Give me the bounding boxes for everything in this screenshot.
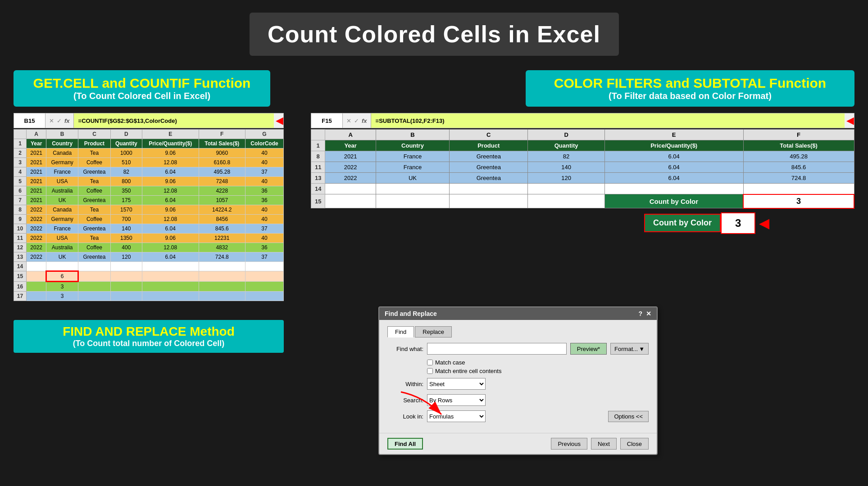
match-entire-checkbox[interactable]: Match entire cell contents (427, 368, 501, 374)
previous-button[interactable]: Previous (551, 438, 587, 450)
tab-replace[interactable]: Replace (415, 326, 452, 338)
count-by-color-row: Count by Color 3 ◀ (311, 212, 854, 234)
match-entire-checkbox-row: Match entire cell contents (387, 368, 649, 374)
fx-check-icon: ✓ (57, 117, 62, 124)
format-dropdown-icon: ▼ (639, 346, 645, 352)
dialog-close-icon[interactable]: ✕ (646, 310, 651, 317)
left-spreadsheet-panel: B15 ✕ ✓ fx =COUNTIF($G$2:$G$13,ColorCode… (14, 113, 284, 301)
right-spreadsheet-panel: F15 ✕ ✓ fx =SUBTOTAL(102,F2:F13) ◀ A B C (311, 113, 854, 301)
table-row: 72021UKGreentea1756.04105736 (14, 196, 284, 205)
table-row: 14 (14, 262, 284, 271)
left-section-header: GET.CELL and COUNTIF Function (To Count … (14, 70, 270, 107)
right-spreadsheet: A B C D E F 1YearCountryProductQuantityP… (311, 129, 854, 209)
right-formula-bar: F15 ✕ ✓ fx =SUBTOTAL(102,F2:F13) ◀ (311, 113, 854, 128)
fx-cross-icon: ✕ (49, 117, 54, 124)
table-row: 102022FranceGreentea1406.04845.637 (14, 224, 284, 234)
left-formula-bar: B15 ✕ ✓ fx =COUNTIF($G$2:$G$13,ColorCode… (14, 113, 284, 128)
within-label: Within: (387, 381, 423, 387)
left-cell-ref[interactable]: B15 (14, 113, 45, 128)
table-row: 112022USATea13509.061223140 (14, 234, 284, 243)
options-button[interactable]: Options << (608, 411, 649, 422)
dialog-footer-right: Previous Next Close (551, 438, 649, 450)
table-row: 42021FranceGreentea826.04495.2837 (14, 167, 284, 177)
find-all-button[interactable]: Find All (387, 438, 423, 450)
table-row: 1YearCountryProductQuantityPrice/Quantit… (311, 140, 854, 151)
table-row: 22021CanadaTea10009.06906040 (14, 148, 284, 158)
match-case-checkbox[interactable]: Match case (427, 359, 465, 366)
table-row: 132022UKGreentea1206.04724.837 (14, 252, 284, 262)
right-cell-ref[interactable]: F15 (311, 113, 343, 128)
preview-button[interactable]: Preview* (570, 343, 607, 355)
count-arrow-right: ◀ (759, 215, 769, 231)
table-row: 15Count by Color3 (311, 194, 854, 208)
find-what-input[interactable] (427, 343, 567, 355)
find-replace-dialog-area: Find and Replace ? ✕ Find Replace (297, 306, 854, 464)
table-row: 14 (311, 184, 854, 194)
table-row: 32021GermanyCoffee51012.086160.840 (14, 158, 284, 167)
left-formula-arrow: ◀ (276, 115, 283, 126)
left-spreadsheet: A B C D E F G 1YearCountryProductQuantit… (14, 129, 284, 301)
rfx-check-icon: ✓ (354, 117, 359, 124)
fx-icon: fx (64, 117, 70, 124)
table-row: 52021USATea8009.06724840 (14, 177, 284, 186)
table-row: 132022UKGreentea1206.04724.8 (311, 173, 854, 184)
find-what-label: Find what: (387, 346, 423, 352)
close-button[interactable]: Close (620, 438, 649, 450)
table-row: 163 (14, 282, 284, 292)
tab-find[interactable]: Find (387, 326, 414, 338)
find-all-arrow (396, 387, 450, 425)
table-row: 156 (14, 271, 284, 282)
find-replace-dialog: Find and Replace ? ✕ Find Replace (378, 306, 658, 455)
table-row: 82022CanadaTea15709.0614224.240 (14, 205, 284, 215)
rfx-cross-icon: ✕ (346, 117, 351, 124)
left-bottom-panel: FIND AND REPLACE Method (To Count total … (14, 306, 284, 353)
right-formula-arrow: ◀ (846, 115, 854, 126)
dialog-tabs: Find Replace (387, 326, 649, 338)
checkbox-area: Match case (387, 359, 649, 366)
dialog-title-bar: Find and Replace ? ✕ (379, 307, 657, 320)
count-value: 3 (721, 212, 755, 234)
left-formula-text: =COUNTIF($G$2:$G$13,ColorCode) (74, 113, 274, 128)
format-button[interactable]: Format... ▼ (610, 343, 649, 355)
table-row: 82021FranceGreentea826.04495.28 (311, 151, 854, 162)
page-title: Count Colored Cells in Excel (250, 13, 619, 56)
table-row: 92022GermanyCoffee70012.08845640 (14, 215, 284, 224)
dialog-question-icon[interactable]: ? (638, 310, 642, 317)
dialog-title: Find and Replace (385, 310, 437, 317)
next-button[interactable]: Next (591, 438, 617, 450)
dialog-footer: Find All Previous Next Close (379, 433, 657, 454)
table-row: 62021AustraliaCoffee35012.08422836 (14, 186, 284, 196)
rfx-icon: fx (362, 117, 367, 124)
find-what-row: Find what: Preview* Format... ▼ (387, 343, 649, 355)
table-row: 1YearCountryProductQuantityPrice/Quantit… (14, 139, 284, 148)
right-formula-text: =SUBTOTAL(102,F2:F13) (371, 113, 845, 128)
find-replace-banner: FIND AND REPLACE Method (To Count total … (14, 320, 284, 353)
dialog-footer-left: Find All (387, 438, 423, 450)
count-by-color-label: Count by Color (644, 214, 721, 232)
table-row: 112022FranceGreentea1406.04845.6 (311, 162, 854, 173)
table-row: 173 (14, 292, 284, 301)
right-section-header: COLOR FILTERS and SUBTOTAL Function (To … (526, 70, 854, 107)
table-row: 122022AustraliaCoffee40012.08483236 (14, 243, 284, 252)
